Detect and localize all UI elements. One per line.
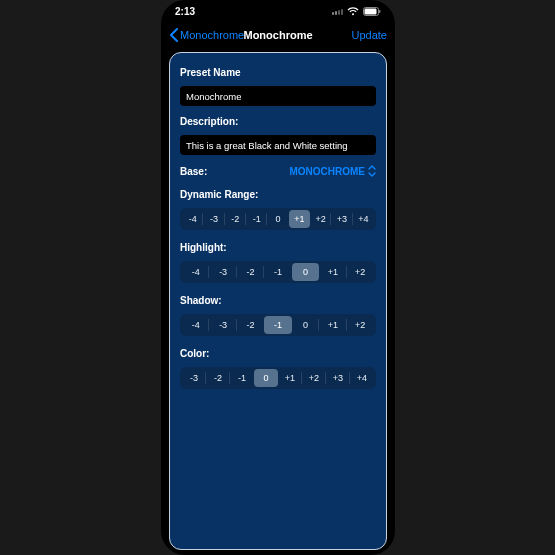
segment-option[interactable]: -3 bbox=[209, 263, 236, 281]
base-label: Base: bbox=[180, 166, 207, 177]
back-button[interactable]: Monochrome bbox=[169, 28, 244, 42]
update-button[interactable]: Update bbox=[352, 29, 387, 41]
segment-option[interactable]: -1 bbox=[230, 369, 254, 387]
segment-option[interactable]: -3 bbox=[203, 210, 224, 228]
preset-name-value: Monochrome bbox=[186, 91, 241, 102]
color-segmented[interactable]: -3-2-10+1+2+3+4 bbox=[180, 367, 376, 389]
base-value: MONOCHROME bbox=[289, 166, 365, 177]
base-selector[interactable]: MONOCHROME bbox=[289, 165, 376, 177]
segment-option[interactable]: +4 bbox=[353, 210, 374, 228]
cellular-icon bbox=[332, 7, 343, 15]
segment-option[interactable]: +4 bbox=[350, 369, 374, 387]
description-value: This is a great Black and White setting bbox=[186, 140, 348, 151]
segment-option[interactable]: +1 bbox=[319, 316, 346, 334]
dynamic-range-segmented[interactable]: -4-3-2-10+1+2+3+4 bbox=[180, 208, 376, 230]
shadow-label: Shadow: bbox=[180, 295, 376, 306]
description-input[interactable]: This is a great Black and White setting bbox=[180, 135, 376, 155]
chevron-left-icon bbox=[169, 28, 179, 42]
segment-option[interactable]: +2 bbox=[347, 316, 374, 334]
segment-option[interactable]: -3 bbox=[182, 369, 206, 387]
status-time: 2:13 bbox=[175, 6, 195, 17]
back-label: Monochrome bbox=[180, 29, 244, 41]
segment-option[interactable]: 0 bbox=[292, 316, 319, 334]
segment-option[interactable]: +2 bbox=[347, 263, 374, 281]
segment-option[interactable]: +1 bbox=[319, 263, 346, 281]
base-row: Base: MONOCHROME bbox=[180, 165, 376, 177]
preset-form-card: Preset Name Monochrome Description: This… bbox=[169, 52, 387, 550]
status-indicators bbox=[332, 7, 381, 16]
battery-icon bbox=[363, 7, 381, 16]
highlight-label: Highlight: bbox=[180, 242, 376, 253]
segment-option[interactable]: -3 bbox=[209, 316, 236, 334]
dynamic-range-label: Dynamic Range: bbox=[180, 189, 376, 200]
wifi-icon bbox=[347, 7, 359, 16]
segment-option[interactable]: -1 bbox=[264, 316, 291, 334]
color-label: Color: bbox=[180, 348, 376, 359]
segment-option[interactable]: 0 bbox=[267, 210, 288, 228]
segment-option[interactable]: +2 bbox=[310, 210, 331, 228]
nav-title: Monochrome bbox=[243, 29, 312, 41]
segment-option[interactable]: 0 bbox=[254, 369, 278, 387]
segment-option[interactable]: -2 bbox=[206, 369, 230, 387]
segment-option[interactable]: -4 bbox=[182, 316, 209, 334]
description-label: Description: bbox=[180, 116, 376, 127]
segment-option[interactable]: +2 bbox=[302, 369, 326, 387]
svg-rect-2 bbox=[379, 10, 380, 13]
segment-option[interactable]: -1 bbox=[246, 210, 267, 228]
highlight-segmented[interactable]: -4-3-2-10+1+2 bbox=[180, 261, 376, 283]
chevron-updown-icon bbox=[368, 165, 376, 177]
segment-option[interactable]: -2 bbox=[237, 263, 264, 281]
segment-option[interactable]: -2 bbox=[225, 210, 246, 228]
nav-bar: Monochrome Monochrome Update bbox=[161, 22, 395, 48]
segment-option[interactable]: +3 bbox=[331, 210, 352, 228]
shadow-segmented[interactable]: -4-3-2-10+1+2 bbox=[180, 314, 376, 336]
segment-option[interactable]: +1 bbox=[289, 210, 310, 228]
preset-name-input[interactable]: Monochrome bbox=[180, 86, 376, 106]
phone-frame: 2:13 Monochrome Monochrome Update bbox=[161, 0, 395, 555]
segment-option[interactable]: -4 bbox=[182, 210, 203, 228]
segment-option[interactable]: 0 bbox=[292, 263, 319, 281]
svg-rect-1 bbox=[365, 8, 377, 14]
segment-option[interactable]: -1 bbox=[264, 263, 291, 281]
segment-option[interactable]: -4 bbox=[182, 263, 209, 281]
segment-option[interactable]: +3 bbox=[326, 369, 350, 387]
preset-name-label: Preset Name bbox=[180, 67, 376, 78]
status-bar: 2:13 bbox=[161, 0, 395, 22]
segment-option[interactable]: +1 bbox=[278, 369, 302, 387]
segment-option[interactable]: -2 bbox=[237, 316, 264, 334]
